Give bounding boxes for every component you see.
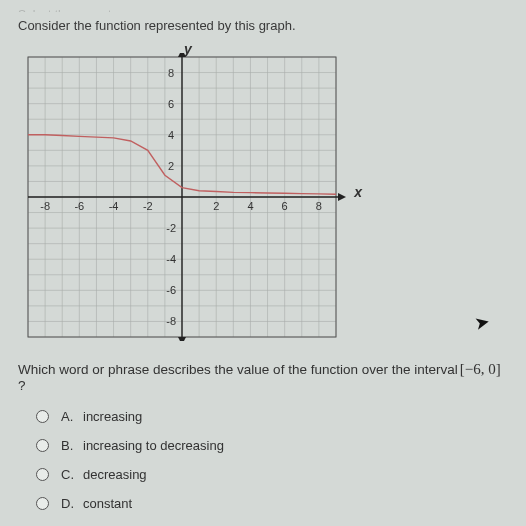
svg-text:-8: -8 — [40, 200, 50, 212]
option-text: constant — [83, 496, 132, 511]
svg-marker-42 — [178, 53, 186, 57]
prompt-text: Consider the function represented by thi… — [18, 18, 508, 33]
svg-text:-8: -8 — [166, 315, 176, 327]
interval-notation: [−6, 0] — [460, 361, 501, 378]
question-text: Which word or phrase describes the value… — [18, 361, 508, 393]
option-letter: B. — [61, 438, 83, 453]
svg-text:6: 6 — [282, 200, 288, 212]
svg-text:-2: -2 — [166, 222, 176, 234]
option-text: increasing — [83, 409, 142, 424]
x-axis-label: x — [354, 184, 362, 200]
question-prefix: Which word or phrase describes the value… — [18, 362, 458, 377]
svg-text:8: 8 — [316, 200, 322, 212]
option-letter: C. — [61, 467, 83, 482]
svg-text:-4: -4 — [166, 253, 176, 265]
radio-icon[interactable] — [36, 410, 49, 423]
radio-icon[interactable] — [36, 439, 49, 452]
svg-marker-41 — [338, 193, 346, 201]
cursor-icon: ➤ — [473, 311, 492, 336]
svg-text:2: 2 — [213, 200, 219, 212]
svg-text:6: 6 — [168, 98, 174, 110]
svg-text:-6: -6 — [74, 200, 84, 212]
svg-text:-2: -2 — [143, 200, 153, 212]
question-suffix: ? — [18, 378, 26, 393]
option-a[interactable]: A.increasing — [36, 409, 508, 424]
option-letter: A. — [61, 409, 83, 424]
svg-text:4: 4 — [247, 200, 253, 212]
svg-marker-43 — [178, 337, 186, 341]
truncated-header: Select the correct answer. — [18, 8, 508, 12]
chart-svg: -8-6-4-224682468-2-4-6-8 — [18, 53, 354, 341]
option-text: decreasing — [83, 467, 147, 482]
option-d[interactable]: D.constant — [36, 496, 508, 511]
svg-text:4: 4 — [168, 129, 174, 141]
svg-text:-4: -4 — [109, 200, 119, 212]
radio-icon[interactable] — [36, 497, 49, 510]
options-list: A.increasingB.increasing to decreasingC.… — [18, 409, 508, 511]
option-c[interactable]: C.decreasing — [36, 467, 508, 482]
svg-text:8: 8 — [168, 67, 174, 79]
option-letter: D. — [61, 496, 83, 511]
option-b[interactable]: B.increasing to decreasing — [36, 438, 508, 453]
function-graph: y x -8-6-4-224682468-2-4-6-8 — [18, 43, 358, 343]
svg-text:2: 2 — [168, 160, 174, 172]
option-text: increasing to decreasing — [83, 438, 224, 453]
radio-icon[interactable] — [36, 468, 49, 481]
svg-text:-6: -6 — [166, 284, 176, 296]
